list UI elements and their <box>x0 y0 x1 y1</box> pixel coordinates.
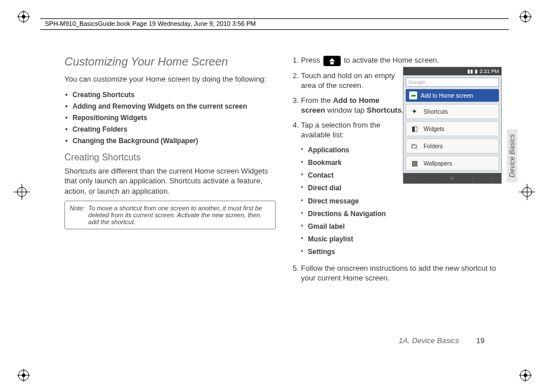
bullet-item: Creating Folders <box>64 124 276 135</box>
note-box: Note: To move a shortcut from one screen… <box>64 201 276 229</box>
signal-icon: ▮▮ <box>467 68 473 74</box>
registration-mark-icon <box>519 184 535 200</box>
subsection-title: Creating Shortcuts <box>64 152 276 163</box>
phone-screenshot: ▮▮ ▮ 2:21 PM Google ➦ Add to Home screen… <box>403 67 502 184</box>
right-column: Press to activate the Home screen. Touch… <box>291 55 502 288</box>
phone-menu-title: ➦ Add to Home screen <box>406 89 499 102</box>
phone-menu-row: ◧ Widgets <box>406 121 499 136</box>
side-tab: Device Basics <box>507 129 517 182</box>
phone-bottom-bar: ◦◦⊙◦◦ <box>403 173 501 183</box>
battery-icon: ▮ <box>475 68 478 74</box>
note-text: To move a shortcut from one screen to an… <box>88 205 270 225</box>
bullet-item: Changing the Background (Wallpaper) <box>64 135 276 147</box>
note-label: Note: <box>70 205 85 225</box>
widget-icon: ◧ <box>410 124 419 133</box>
crop-mark-icon <box>519 369 532 382</box>
step-5: Follow the onscreen instructions to add … <box>301 263 502 283</box>
wallpaper-icon: ▩ <box>410 159 419 168</box>
registration-mark-icon <box>14 184 30 200</box>
arrow-icon: ➦ <box>409 91 417 99</box>
section-title: Customizing Your Home Screen <box>64 55 276 68</box>
customize-bullets: Creating Shortcuts Adding and Removing W… <box>64 89 276 147</box>
phone-menu-row: 🗀 Folders <box>406 139 499 153</box>
phone-status-bar: ▮▮ ▮ 2:21 PM <box>403 67 501 75</box>
side-tab-label: Device Basics <box>508 134 516 177</box>
crop-mark-icon <box>17 10 30 23</box>
page-number: 19 <box>476 336 485 345</box>
page-header-frame: SPH-M910_BasicsGuide.book Page 19 Wednes… <box>40 18 509 30</box>
intro-text: You can customize your Home screen by do… <box>64 74 276 84</box>
left-column: Customizing Your Home Screen You can cus… <box>64 55 276 288</box>
page-content: Customizing Your Home Screen You can cus… <box>64 55 502 288</box>
subsection-body: Shortcuts are different than the current… <box>64 166 276 197</box>
home-key-icon <box>323 56 341 66</box>
page-footer: 1A. Device Basics 19 <box>399 336 485 345</box>
phone-menu-row: ✦ Shortcuts <box>406 104 499 119</box>
phone-menu-row: ▩ Wallpapers <box>406 156 499 171</box>
step-1: Press to activate the Home screen. <box>301 55 502 66</box>
folder-icon: 🗀 <box>410 141 419 151</box>
phone-search-box: Google <box>406 78 499 87</box>
crop-mark-icon <box>17 369 30 382</box>
bullet-item: Creating Shortcuts <box>64 89 276 101</box>
bullet-item: Repositioning Widgets <box>64 112 276 124</box>
clock-label: 2:21 PM <box>479 68 499 74</box>
shortcut-icon: ✦ <box>410 107 419 116</box>
bullet-item: Adding and Removing Widgets on the curre… <box>64 101 276 112</box>
footer-section: 1A. Device Basics <box>399 336 459 345</box>
book-header-line: SPH-M910_BasicsGuide.book Page 19 Wednes… <box>40 20 509 30</box>
crop-mark-icon <box>519 10 532 23</box>
